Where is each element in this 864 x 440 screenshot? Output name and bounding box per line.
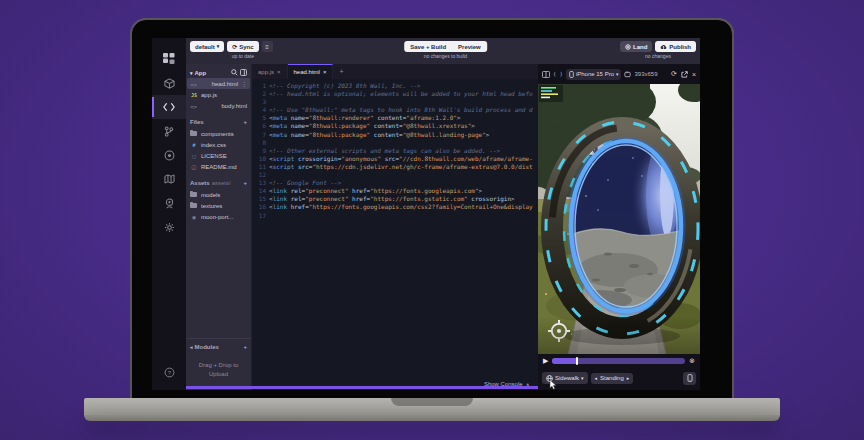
cloud-editor-app: ? default▾ ⟳Sync up to date bbox=[152, 38, 700, 390]
ar-simulator-viewport[interactable] bbox=[538, 84, 700, 354]
file-item[interactable]: textures bbox=[186, 200, 251, 211]
settings-gear-icon[interactable] bbox=[152, 215, 186, 239]
file-item[interactable]: components bbox=[186, 128, 251, 139]
file-type-icon bbox=[190, 203, 198, 208]
preview-button[interactable]: Preview bbox=[452, 41, 487, 52]
upload-dropzone[interactable]: Drag + Drop to Upload bbox=[186, 353, 251, 390]
section-add-button[interactable]: + bbox=[243, 180, 247, 186]
publish-status: no changes bbox=[645, 53, 671, 59]
code-lines: <!-- Copyright (c) 2023 8th Wall, Inc. -… bbox=[269, 82, 538, 378]
publish-button[interactable]: Publish bbox=[655, 41, 696, 52]
code-area[interactable]: 1234567891011121314151617 <!-- Copyright… bbox=[252, 79, 538, 378]
timeline-thumb[interactable] bbox=[576, 357, 578, 365]
chevron-down-icon: ▾ bbox=[581, 375, 584, 381]
laptop-base-notch bbox=[391, 398, 473, 406]
file-item[interactable]: ⓘ README.md bbox=[186, 161, 251, 172]
bottom-accent-bar bbox=[186, 386, 538, 389]
sync-button[interactable]: ⟳Sync bbox=[227, 41, 258, 52]
file-name: models bbox=[201, 192, 220, 198]
search-icon[interactable] bbox=[231, 69, 238, 76]
file-type-icon: # bbox=[190, 142, 198, 148]
top-toolbar: default▾ ⟳Sync up to date ≡ bbox=[186, 38, 700, 64]
land-icon bbox=[625, 44, 631, 50]
pose-prev-button[interactable]: ◂ bbox=[595, 375, 598, 381]
open-files-list: <> head.html ⋮ JS app.js <> body.html bbox=[186, 78, 251, 111]
left-icon-rail: ? bbox=[152, 38, 186, 390]
file-name: LICENSE bbox=[201, 153, 227, 159]
workspace-dropdown[interactable]: default▾ bbox=[190, 41, 224, 52]
file-type-icon bbox=[190, 192, 198, 197]
package-icon[interactable] bbox=[152, 71, 186, 95]
git-branch-icon[interactable] bbox=[152, 119, 186, 143]
editor-tab[interactable]: head.html × bbox=[288, 64, 334, 79]
file-item[interactable]: models bbox=[186, 189, 251, 200]
modules-label: Modules bbox=[195, 344, 219, 350]
modules-collapse-chevron[interactable]: ◂ bbox=[190, 344, 193, 350]
screen-content-frame: ? default▾ ⟳Sync up to date bbox=[130, 18, 734, 398]
file-item[interactable]: <> head.html ⋮ bbox=[187, 78, 250, 89]
land-button[interactable]: Land bbox=[620, 41, 652, 52]
split-view-icon[interactable] bbox=[542, 71, 550, 78]
file-item[interactable]: ▣ moon-port... bbox=[186, 211, 251, 222]
editor-tab[interactable]: app.js × bbox=[252, 64, 288, 79]
device-selector[interactable]: iPhone 15 Pro ▾ bbox=[566, 69, 622, 80]
geospatial-map-icon[interactable] bbox=[152, 167, 186, 191]
laptop-base bbox=[84, 398, 780, 415]
close-simulator-icon[interactable]: ⊗ bbox=[689, 357, 695, 365]
tab-close-icon[interactable]: × bbox=[323, 69, 327, 75]
file-item[interactable]: JS app.js bbox=[186, 89, 251, 100]
add-module-button[interactable]: + bbox=[243, 344, 247, 350]
rotate-device-icon[interactable] bbox=[624, 71, 631, 78]
tab-close-icon[interactable]: × bbox=[277, 69, 281, 75]
pose-stepper: ◂ Standing ▸ bbox=[591, 373, 634, 384]
simulator-env-controls: Sidewalk ▾ ◂ Standing ▸ bbox=[538, 368, 700, 388]
preview-panel: ( ) iPhone 15 Pro ▾ 393x659 ⟳ bbox=[538, 64, 700, 390]
file-name: moon-port... bbox=[201, 214, 233, 220]
editor-panel: app.js × head.html × + 12345678910111213… bbox=[252, 64, 538, 390]
inspect-code-icon[interactable]: ( ) bbox=[553, 71, 563, 77]
timeline-scrubber[interactable] bbox=[552, 358, 685, 364]
menu-icon: ≡ bbox=[265, 44, 269, 50]
playback-controls: ▶ ⊗ bbox=[538, 354, 700, 368]
section-add-button[interactable]: + bbox=[243, 119, 247, 125]
file-type-icon: ⓘ bbox=[190, 164, 198, 170]
sync-status: up to date bbox=[232, 53, 254, 59]
save-build-button[interactable]: Save + Build bbox=[404, 41, 452, 52]
preview-toolbar: ( ) iPhone 15 Pro ▾ 393x659 ⟳ bbox=[538, 64, 700, 84]
sync-icon: ⟳ bbox=[232, 44, 237, 50]
ar-scene bbox=[538, 84, 700, 354]
8thwall-logo-icon[interactable] bbox=[152, 45, 186, 71]
file-item[interactable]: □ LICENSE bbox=[186, 150, 251, 161]
section-label: Assets bbox=[190, 180, 210, 186]
file-name: index.css bbox=[201, 142, 226, 148]
open-external-icon[interactable] bbox=[681, 71, 688, 78]
section-label: Files bbox=[190, 119, 204, 125]
explorer-collapse-chevron[interactable]: ▾ bbox=[190, 70, 193, 76]
viewport-dimensions: 393x659 bbox=[634, 71, 657, 77]
file-item[interactable]: <> body.html bbox=[186, 100, 251, 111]
file-options-icon[interactable]: ⋮ bbox=[241, 80, 247, 87]
file-item[interactable]: # index.css bbox=[186, 139, 251, 150]
file-name: app.js bbox=[201, 92, 217, 98]
menu-button[interactable]: ≡ bbox=[262, 41, 273, 52]
workspace-column: default▾ ⟳Sync up to date ≡ bbox=[186, 38, 700, 390]
handheld-phone-icon bbox=[687, 374, 693, 382]
media-capture-icon[interactable] bbox=[152, 191, 186, 215]
device-mode-button[interactable] bbox=[683, 372, 696, 385]
pose-next-button[interactable]: ▸ bbox=[627, 375, 630, 381]
refresh-icon[interactable]: ⟳ bbox=[671, 70, 677, 78]
build-status: no changes to build bbox=[424, 53, 467, 59]
new-tab-button[interactable]: + bbox=[333, 64, 349, 79]
section-sublabel: assets/ bbox=[212, 180, 231, 186]
file-name: textures bbox=[201, 203, 222, 209]
svg-text:?: ? bbox=[167, 369, 171, 375]
close-preview-icon[interactable]: × bbox=[692, 71, 696, 78]
play-button[interactable]: ▶ bbox=[543, 357, 548, 365]
code-editor-icon[interactable] bbox=[152, 95, 186, 119]
panel-toggle-icon[interactable] bbox=[240, 69, 247, 76]
line-numbers: 1234567891011121314151617 bbox=[252, 82, 269, 378]
image-target-icon[interactable] bbox=[152, 143, 186, 167]
file-name: body.html bbox=[221, 103, 247, 109]
file-type-icon: JS bbox=[190, 92, 198, 98]
help-icon[interactable]: ? bbox=[152, 360, 186, 384]
